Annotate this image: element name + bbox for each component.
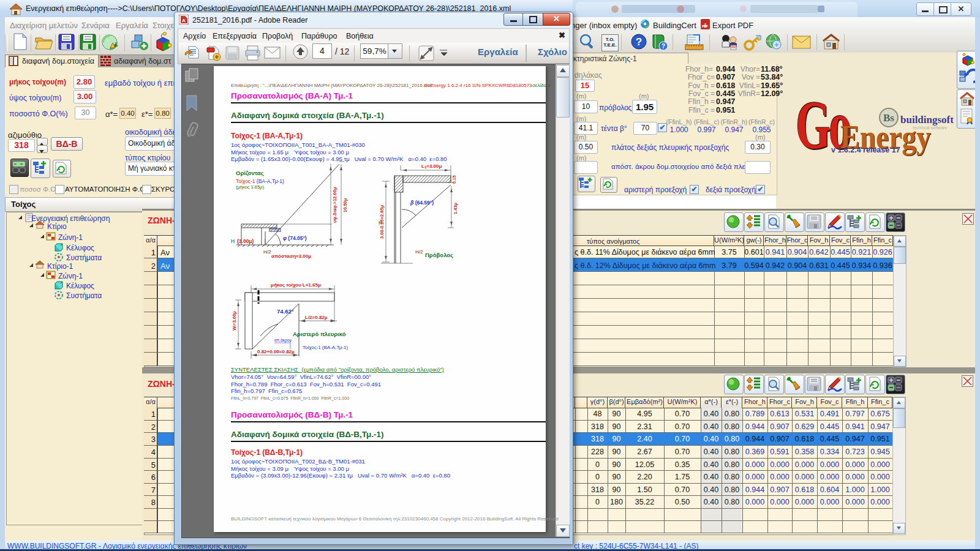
svg-text:φ (74.05°): φ (74.05°) [283, 235, 307, 241]
svg-text:74.62°: 74.62° [277, 308, 294, 315]
svg-text:Τοίχος-1 (ΒΑ-Α,Τμ-1): Τοίχος-1 (ΒΑ-Α,Τμ-1) [303, 345, 348, 350]
svg-text:10.50μ: 10.50μ [342, 198, 348, 212]
svg-text:Bs: Bs [883, 112, 894, 124]
svg-text:απ.άκρου: απ.άκρου [274, 338, 292, 343]
svg-text:H/2: H/2 [263, 249, 271, 255]
svg-text:(3.00μ): (3.00μ) [237, 238, 254, 244]
svg-text:3.00μ: 3.00μ [270, 227, 279, 231]
svg-text:H: H [231, 238, 235, 244]
svg-text:μήκος τοίχου L=1.65μ: μήκος τοίχου L=1.65μ [271, 282, 321, 288]
svg-text:0.82+0.00=0.82μ: 0.82+0.00=0.82μ [257, 349, 295, 354]
svg-text:Πρόβολος: Πρόβολος [425, 252, 453, 258]
svg-text:H/2: H/2 [415, 249, 423, 255]
svg-text:υψ.διαφ.=12.00μ: υψ.διαφ.=12.00μ [332, 187, 337, 223]
svg-text:1.43μ: 1.43μ [453, 202, 458, 214]
svg-text:Αριστερό πλευρικό: Αριστερό πλευρικό [293, 331, 346, 337]
svg-text:L1=3.00μ: L1=3.00μ [421, 163, 442, 169]
svg-text:?: ? [636, 36, 642, 48]
svg-text:0.15: 0.15 [452, 175, 456, 184]
svg-text:Wₗ=3.00μ: Wₗ=3.00μ [232, 311, 237, 331]
svg-text:3.00-0.15=2.85μ: 3.00-0.15=2.85μ [379, 204, 385, 239]
svg-text:?: ? [662, 43, 665, 50]
svg-text:απόσταση=3.00μ: απόσταση=3.00μ [271, 253, 311, 259]
svg-text:L/2=0.82μ: L/2=0.82μ [305, 315, 328, 320]
svg-text:A: A [182, 18, 186, 23]
svg-text:β (64.59°): β (64.59°) [410, 200, 434, 206]
